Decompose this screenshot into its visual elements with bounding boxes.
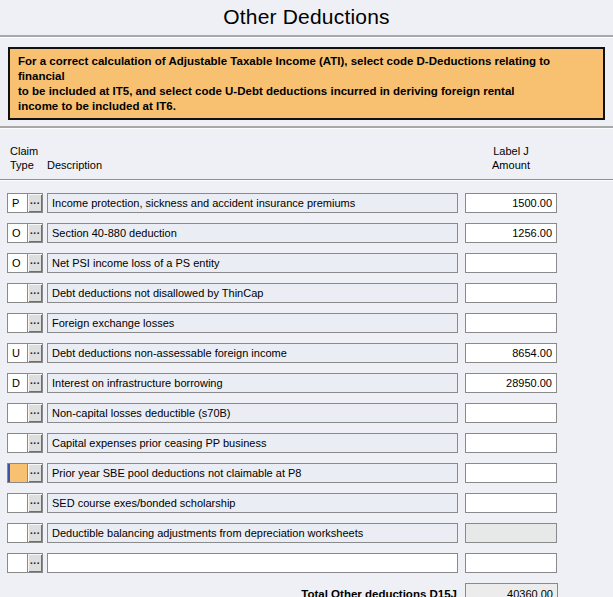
claim-type-control: ... [7, 553, 43, 573]
ellipsis-icon: ... [30, 559, 40, 568]
claim-type-input[interactable] [8, 464, 27, 482]
ellipsis-icon: ... [30, 529, 40, 538]
ellipsis-icon: ... [30, 409, 40, 418]
ellipsis-icon: ... [30, 259, 40, 268]
claim-type-input[interactable] [8, 434, 27, 452]
deduction-row: D ... Interest on infrastructure borrowi… [0, 373, 613, 393]
ellipsis-icon: ... [30, 469, 40, 478]
deduction-row: O ... Net PSI income loss of a PS entity [0, 253, 613, 273]
amount-field [465, 523, 557, 543]
description-field[interactable]: Debt deductions non-assessable foreign i… [47, 343, 458, 363]
claim-type-control: ... [7, 493, 43, 513]
claim-type-control: D ... [7, 373, 43, 393]
deduction-row: ... Capital expenses prior ceasing PP bu… [0, 433, 613, 453]
claim-type-input[interactable] [8, 284, 27, 302]
notice-line: to be included at IT5, and select code U… [18, 84, 595, 99]
amount-field[interactable] [465, 493, 557, 513]
total-row: Total Other deductions D15J 40360.00 [0, 583, 613, 597]
claim-type-picker-button[interactable]: ... [27, 374, 42, 392]
claim-type-control: ... [7, 283, 43, 303]
amount-field[interactable] [465, 553, 557, 573]
amount-field[interactable] [465, 253, 557, 273]
description-field[interactable]: Non-capital losses deductible (s70B) [47, 403, 458, 423]
deduction-row: U ... Debt deductions non-assessable for… [0, 343, 613, 363]
claim-type-control: ... [7, 463, 43, 483]
amount-field[interactable]: 1256.00 [465, 223, 557, 243]
amount-field[interactable] [465, 463, 557, 483]
claim-type-picker-button[interactable]: ... [27, 224, 42, 242]
description-field[interactable] [47, 553, 458, 573]
description-field[interactable]: Deductible balancing adjustments from de… [47, 523, 458, 543]
page-title: Other Deductions [0, 0, 613, 29]
claim-type-picker-button[interactable]: ... [27, 344, 42, 362]
notice-line: For a correct calculation of Adjustable … [18, 54, 595, 84]
claim-type-picker-button[interactable]: ... [27, 314, 42, 332]
description-field[interactable]: Prior year SBE pool deductions not claim… [47, 463, 458, 483]
claim-type-picker-button[interactable]: ... [27, 554, 42, 572]
claim-type-control: ... [7, 313, 43, 333]
ellipsis-icon: ... [30, 289, 40, 298]
claim-type-input[interactable] [8, 404, 27, 422]
claim-type-picker-button[interactable]: ... [27, 194, 42, 212]
deduction-row: P ... Income protection, sickness and ac… [0, 193, 613, 213]
ellipsis-icon: ... [30, 499, 40, 508]
claim-type-picker-button[interactable]: ... [27, 464, 42, 482]
deduction-row: ... Debt deductions not disallowed by Th… [0, 283, 613, 303]
claim-type-input[interactable] [8, 524, 27, 542]
amount-field[interactable] [465, 283, 557, 303]
amount-field[interactable] [465, 403, 557, 423]
deduction-row: ... Foreign exchange losses [0, 313, 613, 333]
description-field[interactable]: SED course exes/bonded scholarship [47, 493, 458, 513]
claim-type-control: ... [7, 523, 43, 543]
ellipsis-icon: ... [30, 349, 40, 358]
deduction-row: ... Deductible balancing adjustments fro… [0, 523, 613, 543]
amount-field[interactable]: 1500.00 [465, 193, 557, 213]
claim-type-picker-button[interactable]: ... [27, 404, 42, 422]
ellipsis-icon: ... [30, 379, 40, 388]
claim-type-control: O ... [7, 223, 43, 243]
description-field[interactable]: Income protection, sickness and accident… [47, 193, 458, 213]
description-field[interactable]: Foreign exchange losses [47, 313, 458, 333]
claim-type-input[interactable]: O [8, 224, 27, 242]
ellipsis-icon: ... [30, 229, 40, 238]
ellipsis-icon: ... [30, 439, 40, 448]
ellipsis-icon: ... [30, 319, 40, 328]
claim-type-input[interactable]: P [8, 194, 27, 212]
claim-type-input[interactable] [8, 554, 27, 572]
notice-banner: For a correct calculation of Adjustable … [8, 47, 605, 120]
amount-header-line1: Label J [465, 144, 557, 158]
ellipsis-icon: ... [30, 199, 40, 208]
amount-field[interactable]: 28950.00 [465, 373, 557, 393]
claim-type-picker-button[interactable]: ... [27, 284, 42, 302]
deduction-row: O ... Section 40-880 deduction 1256.00 [0, 223, 613, 243]
deduction-row: ... [0, 553, 613, 573]
amount-field[interactable] [465, 313, 557, 333]
claim-type-input[interactable]: U [8, 344, 27, 362]
amount-field[interactable]: 8654.00 [465, 343, 557, 363]
column-headers: Claim Type Description Label J Amount [0, 144, 613, 172]
claim-type-picker-button[interactable]: ... [27, 494, 42, 512]
description-field[interactable]: Debt deductions not disallowed by ThinCa… [47, 283, 458, 303]
claim-type-picker-button[interactable]: ... [27, 524, 42, 542]
divider [0, 126, 613, 128]
claim-header-line1: Claim [10, 144, 47, 158]
claim-type-input[interactable]: O [8, 254, 27, 272]
description-field[interactable]: Interest on infrastructure borrowing [47, 373, 458, 393]
claim-type-control: O ... [7, 253, 43, 273]
claim-type-column-header: Claim Type [10, 144, 47, 172]
claim-type-picker-button[interactable]: ... [27, 254, 42, 272]
claim-type-input[interactable] [8, 314, 27, 332]
claim-type-input[interactable]: D [8, 374, 27, 392]
deduction-row: ... SED course exes/bonded scholarship [0, 493, 613, 513]
deduction-row: ... Non-capital losses deductible (s70B) [0, 403, 613, 423]
claim-header-line2: Type [10, 158, 47, 172]
claim-type-picker-button[interactable]: ... [27, 434, 42, 452]
description-field[interactable]: Net PSI income loss of a PS entity [47, 253, 458, 273]
amount-field[interactable] [465, 433, 557, 453]
description-field[interactable]: Capital expenses prior ceasing PP busine… [47, 433, 458, 453]
claim-type-control: ... [7, 403, 43, 423]
claim-type-control: P ... [7, 193, 43, 213]
claim-type-control: U ... [7, 343, 43, 363]
claim-type-input[interactable] [8, 494, 27, 512]
description-field[interactable]: Section 40-880 deduction [47, 223, 458, 243]
